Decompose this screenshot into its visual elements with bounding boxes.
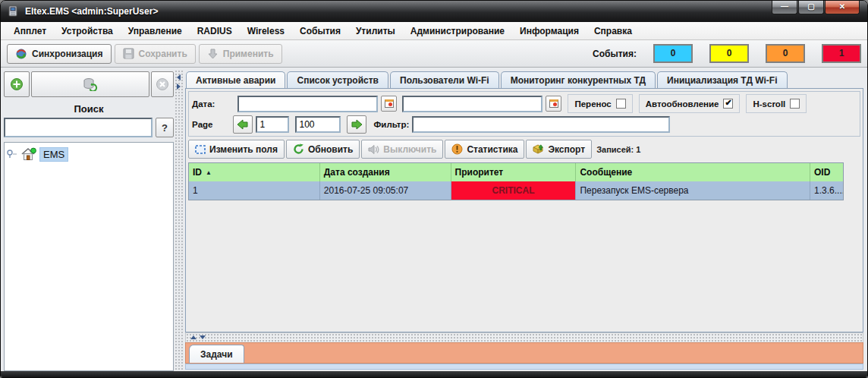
wrap-checkbox[interactable] (616, 99, 626, 109)
edit-fields-icon (195, 145, 206, 154)
refresh-button[interactable]: Обновить (286, 140, 360, 159)
events-counters: События: 0 0 0 1 (593, 44, 861, 63)
close-button[interactable]: ✕ (825, 1, 860, 14)
title-bar[interactable]: Eltex.EMS <admin:SuperUser> — ▢ ✕ (1, 1, 867, 22)
filter-input[interactable] (412, 116, 670, 133)
prev-page-button[interactable] (233, 115, 253, 134)
menu-help[interactable]: Справка (587, 24, 639, 39)
save-button[interactable]: Сохранить (115, 44, 196, 64)
date-to-calendar-button[interactable] (546, 96, 561, 112)
menu-utilities[interactable]: Утилиты (349, 24, 402, 39)
horizontal-splitter[interactable] (185, 332, 863, 342)
autorefresh-checkbox[interactable] (723, 99, 733, 109)
cell-oid[interactable]: 1.3.6.... (810, 181, 843, 200)
menu-devices[interactable]: Устройства (55, 24, 120, 39)
tab-active-alarms[interactable]: Активные аварии (186, 71, 285, 88)
edit-fields-button[interactable]: Изменить поля (188, 140, 285, 159)
menu-wireless[interactable]: Wireless (241, 24, 291, 39)
column-header-message[interactable]: Сообщение (576, 163, 810, 181)
search-row: ? (4, 118, 174, 137)
collapse-left-icon[interactable] (177, 74, 181, 80)
cell-message[interactable]: Перезапуск EMS-сервера (576, 181, 810, 200)
menu-radius[interactable]: RADIUS (190, 24, 239, 39)
minimize-button[interactable]: — (772, 1, 797, 14)
calendar-icon (549, 99, 558, 108)
counter-warning[interactable]: 0 (709, 44, 749, 63)
collapse-right-icon[interactable] (177, 83, 181, 90)
next-page-button[interactable] (347, 115, 366, 134)
records-count: Записей: 1 (596, 145, 640, 154)
counter-info[interactable]: 0 (653, 44, 693, 63)
tab-ap-monitoring[interactable]: Мониторинг конкурентных ТД (501, 71, 656, 88)
remove-node-button[interactable] (151, 71, 174, 97)
menu-management[interactable]: Управление (121, 24, 189, 39)
vertical-splitter[interactable] (175, 70, 184, 371)
statistics-alert-icon (451, 143, 463, 155)
cell-id[interactable]: 1 (189, 181, 320, 200)
maximize-button[interactable]: ▢ (798, 1, 824, 14)
table-header-row: ID ▲ Дата создания Приоритет Сообщение (189, 163, 843, 181)
cell-created[interactable]: 2016-07-25 09:05:07 (320, 181, 451, 200)
mute-button[interactable]: Выключить (361, 140, 443, 159)
date-to-input[interactable] (402, 96, 542, 112)
cell-priority[interactable]: CRITICAL (451, 181, 577, 200)
device-tree: EMS (4, 142, 174, 371)
add-node-button[interactable] (4, 71, 30, 97)
statistics-button[interactable]: Статистика (445, 140, 524, 159)
tree-node-ems[interactable]: EMS (6, 146, 171, 162)
device-tree-sidebar: Поиск ? (4, 70, 174, 371)
export-button[interactable]: Экспорт (526, 140, 592, 159)
app-icon (8, 5, 20, 17)
sync-globe-icon (15, 48, 27, 60)
column-header-oid[interactable]: OID (810, 163, 843, 181)
tab-tasks[interactable]: Задачи (189, 345, 244, 363)
hscroll-option: H-scroll (746, 94, 807, 113)
body: Поиск ? (1, 68, 867, 371)
window-controls: — ▢ ✕ (771, 1, 860, 14)
search-help-button[interactable]: ? (156, 118, 174, 137)
date-filter-row: Дата: Перенос (192, 93, 857, 114)
menu-administration[interactable]: Администрирование (404, 24, 511, 39)
sync-button[interactable]: Синхронизация (7, 44, 112, 64)
column-header-id[interactable]: ID ▲ (189, 163, 320, 181)
apply-button[interactable]: Применить (199, 44, 282, 64)
counter-critical[interactable]: 1 (822, 44, 861, 63)
tab-wifi-users[interactable]: Пользователи Wi-Fi (390, 71, 499, 88)
expand-down-icon[interactable] (200, 335, 206, 339)
menu-events[interactable]: События (293, 24, 348, 39)
expand-up-icon[interactable] (190, 335, 197, 339)
pager-row: Page Фильтр: (192, 114, 857, 134)
tab-wifi-ap-init[interactable]: Инициализация ТД Wi-Fi (657, 71, 787, 88)
filter-label: Фильтр: (374, 120, 410, 129)
counter-major[interactable]: 0 (766, 44, 805, 63)
sort-asc-icon: ▲ (206, 169, 212, 176)
tree-expand-handle-icon[interactable] (6, 148, 18, 160)
db-refresh-button[interactable] (31, 71, 149, 97)
search-input[interactable] (4, 118, 153, 137)
hscroll-checkbox[interactable] (790, 99, 800, 109)
window-bottom-border (1, 371, 867, 377)
statistics-label: Статистика (467, 144, 517, 155)
export-icon (533, 143, 544, 155)
refresh-icon (293, 143, 304, 155)
wrap-label: Перенос (574, 99, 611, 109)
tree-node-label[interactable]: EMS (39, 147, 68, 162)
page-size-input[interactable] (295, 116, 341, 133)
edit-fields-label: Изменить поля (209, 144, 278, 155)
active-alarms-panel: Дата: Перенос (185, 88, 863, 332)
window-title: Eltex.EMS <admin:SuperUser> (25, 6, 158, 17)
mute-label: Выключить (383, 144, 436, 155)
column-header-priority[interactable]: Приоритет (451, 163, 577, 181)
page-number-input[interactable] (256, 116, 289, 133)
ems-server-home-icon (20, 147, 37, 162)
column-message-label: Сообщение (580, 167, 632, 178)
save-button-label: Сохранить (139, 49, 187, 59)
tab-device-list[interactable]: Список устройств (287, 71, 388, 88)
calendar-icon (385, 99, 394, 108)
date-from-calendar-button[interactable] (381, 96, 397, 112)
table-row[interactable]: 1 2016-07-25 09:05:07 CRITICAL Перезапус… (189, 181, 843, 200)
column-header-created[interactable]: Дата создания (320, 163, 451, 181)
menu-information[interactable]: Информация (513, 24, 586, 39)
menu-applet[interactable]: Апплет (7, 24, 53, 39)
date-from-input[interactable] (237, 96, 378, 112)
